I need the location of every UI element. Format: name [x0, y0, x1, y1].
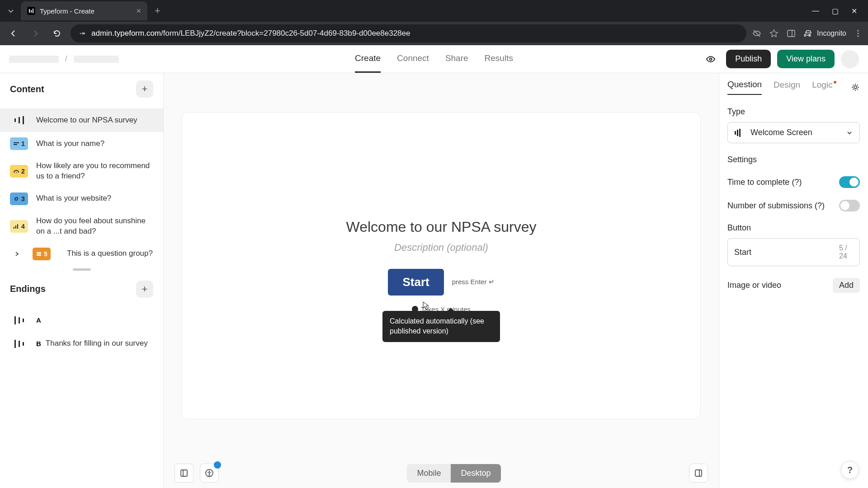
- tab-search-dropdown[interactable]: [4, 4, 18, 18]
- content-item-4[interactable]: 4 How do you feel about sunshine on a ..…: [0, 211, 163, 242]
- tab-connect[interactable]: Connect: [397, 45, 429, 73]
- num-submissions-toggle[interactable]: [839, 200, 860, 211]
- workspace-name-placeholder[interactable]: [9, 56, 59, 63]
- kebab-menu-icon[interactable]: [854, 29, 863, 38]
- ending-item-a[interactable]: A: [0, 309, 163, 332]
- tab-question[interactable]: Question: [727, 80, 762, 95]
- start-button[interactable]: Start: [388, 269, 443, 296]
- browser-chrome: Typeform - Create × + — ▢ ✕ admin.typefo…: [0, 0, 868, 45]
- preview-button[interactable]: [702, 50, 720, 68]
- svg-rect-1: [31, 10, 32, 13]
- endings-title: Endings: [10, 284, 46, 294]
- opinion-scale-icon: 4: [10, 220, 28, 233]
- svg-point-8: [857, 33, 859, 34]
- panel-right-icon: [694, 469, 703, 478]
- chevron-right-icon: [14, 251, 20, 257]
- description-input[interactable]: Description (optional): [394, 242, 488, 253]
- ending-letter: A: [36, 316, 41, 324]
- svg-rect-14: [14, 227, 14, 229]
- address-bar: admin.typeform.com/form/LEBJjyZ2/create?…: [0, 22, 868, 45]
- breadcrumb-separator: /: [65, 54, 67, 64]
- welcome-title-input[interactable]: Welcome to our NPSA survey: [346, 219, 537, 235]
- content-item-label: How do you feel about sunshine on a ...t…: [36, 216, 153, 237]
- sidebar-left: Content + Welcome to our NPSA survey 1 W…: [0, 73, 164, 488]
- add-ending-button[interactable]: +: [136, 281, 153, 298]
- reload-icon: [52, 29, 61, 38]
- svg-rect-15: [15, 225, 16, 229]
- collapse-panel-button[interactable]: [689, 464, 708, 483]
- content-item-1[interactable]: 1 What is your name?: [0, 132, 163, 155]
- side-panel-icon[interactable]: [786, 28, 796, 38]
- resize-handle[interactable]: [73, 268, 91, 271]
- site-info-icon[interactable]: [79, 30, 86, 37]
- desktop-view-button[interactable]: Desktop: [451, 464, 500, 483]
- add-content-button[interactable]: +: [136, 80, 153, 98]
- chevron-down-icon: [7, 7, 14, 14]
- layout-toggle-button[interactable]: [175, 464, 193, 483]
- tab-design[interactable]: Design: [774, 80, 800, 94]
- forward-button[interactable]: [27, 25, 43, 42]
- svg-rect-2: [33, 9, 33, 13]
- url-bar[interactable]: admin.typeform.com/form/LEBJjyZ2/create?…: [71, 24, 746, 42]
- time-to-complete-toggle[interactable]: [839, 176, 860, 188]
- ending-screen-icon: [10, 314, 28, 327]
- arrow-right-icon: [31, 29, 40, 38]
- bookmark-star-icon[interactable]: [769, 28, 779, 38]
- add-media-button[interactable]: Add: [833, 278, 860, 293]
- preview-card: Welcome to our NPSA survey Description (…: [182, 112, 701, 419]
- question-type-select[interactable]: Welcome Screen: [727, 122, 860, 143]
- tab-close-icon[interactable]: ×: [136, 6, 141, 16]
- content-item-3[interactable]: 3 What is your website?: [0, 187, 163, 211]
- tab-share[interactable]: Share: [445, 45, 468, 73]
- help-button[interactable]: ?: [841, 461, 859, 479]
- tab-logic[interactable]: Logic: [812, 80, 832, 94]
- minimize-icon[interactable]: —: [812, 7, 819, 15]
- tab-create[interactable]: Create: [355, 45, 381, 73]
- svg-rect-4: [82, 33, 85, 34]
- short-text-icon: 1: [10, 137, 28, 150]
- address-bar-actions: Incognito: [752, 28, 863, 38]
- ending-screen-icon: [10, 338, 28, 350]
- content-item-welcome[interactable]: Welcome to our NPSA survey: [0, 108, 163, 132]
- gear-icon[interactable]: [851, 83, 860, 92]
- reload-button[interactable]: [49, 25, 65, 42]
- browser-tab[interactable]: Typeform - Create ×: [21, 1, 147, 20]
- sidebar-right: Question Design Logic Type Welcome Scree…: [719, 73, 868, 488]
- cursor-pointer-icon: [422, 301, 430, 311]
- mobile-view-button[interactable]: Mobile: [407, 464, 451, 483]
- chevron-down-icon: [846, 129, 853, 136]
- view-plans-button[interactable]: View plans: [777, 50, 835, 68]
- back-button[interactable]: [5, 25, 22, 42]
- svg-point-3: [80, 33, 81, 34]
- question-group-icon: 5: [33, 248, 51, 260]
- svg-rect-24: [695, 470, 702, 476]
- content-list: Welcome to our NPSA survey 1 What is you…: [0, 108, 163, 266]
- app-header: / Create Connect Share Results Publish V…: [0, 45, 868, 73]
- button-text-input[interactable]: [734, 248, 839, 257]
- tab-results[interactable]: Results: [485, 45, 513, 73]
- publish-button[interactable]: Publish: [726, 50, 771, 68]
- settings-label: Settings: [727, 155, 860, 164]
- content-item-label: How likely are you to recommend us to a …: [36, 161, 153, 182]
- accessibility-button[interactable]: [200, 464, 219, 483]
- content-item-2[interactable]: 2 How likely are you to recommend us to …: [0, 155, 163, 187]
- ending-item-b[interactable]: B Thanks for filling in our survey: [0, 332, 163, 356]
- new-tab-button[interactable]: +: [155, 5, 160, 17]
- avatar[interactable]: [841, 50, 859, 68]
- incognito-badge[interactable]: Incognito: [803, 28, 846, 38]
- tab-bar: Typeform - Create × + — ▢ ✕: [0, 0, 868, 22]
- eye-off-icon[interactable]: [752, 28, 762, 38]
- form-name-placeholder[interactable]: [74, 56, 119, 63]
- window-controls: — ▢ ✕: [812, 7, 864, 15]
- canvas-area: Welcome to our NPSA survey Description (…: [164, 73, 719, 488]
- breadcrumb: /: [9, 54, 119, 64]
- svg-point-13: [16, 172, 17, 173]
- svg-point-9: [857, 35, 859, 37]
- svg-rect-0: [29, 9, 30, 13]
- close-window-icon[interactable]: ✕: [851, 7, 857, 15]
- maximize-icon[interactable]: ▢: [832, 7, 839, 15]
- notification-dot-icon: [214, 461, 221, 469]
- content-item-5[interactable]: 5 This is a question group?: [0, 242, 163, 266]
- button-label: Button: [727, 223, 860, 233]
- button-text-field[interactable]: 5 / 24: [727, 238, 860, 266]
